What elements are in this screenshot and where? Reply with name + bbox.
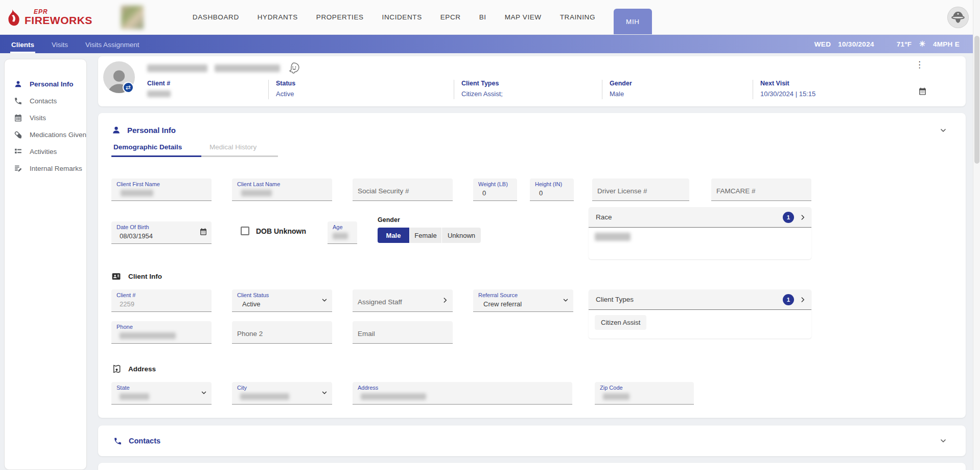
gender-option-female[interactable]: Female: [410, 228, 441, 243]
referral-source-select[interactable]: Referral Source Crew referral: [473, 289, 573, 312]
race-value-redacted: [595, 233, 631, 241]
gender-toggle-group: Gender Male Female Unknown: [378, 216, 481, 243]
address-field[interactable]: Address: [353, 382, 572, 405]
contacts-section-card: Contacts: [98, 426, 966, 456]
height-field[interactable]: Height (IN) 0: [530, 178, 574, 201]
nav-mih-active[interactable]: MIH: [614, 9, 652, 34]
calendar-icon: [14, 114, 22, 122]
zip-code-field[interactable]: Zip Code: [595, 382, 694, 405]
client-number-field[interactable]: Client # 2259: [111, 289, 212, 312]
phone-icon: [113, 437, 122, 445]
social-security-field[interactable]: Social Security #: [353, 178, 453, 201]
race-count-badge: 1: [783, 212, 794, 223]
client-status-chevron-down-icon: [321, 297, 328, 304]
client-last-name-redacted: [215, 64, 280, 72]
gender-value: Male: [610, 90, 748, 98]
dob-unknown-checkbox[interactable]: DOB Unknown: [241, 227, 306, 235]
page-scrollbar[interactable]: [973, 0, 980, 470]
assigned-staff-field[interactable]: Assigned Staff: [353, 289, 453, 312]
checkbox-box[interactable]: [241, 227, 249, 235]
mih-subnav: Clients Visits Visits Assignment WED 10/…: [0, 35, 980, 53]
next-visit-calendar-icon[interactable]: [918, 87, 927, 96]
header-client-number: Client #: [147, 80, 268, 99]
phone-redacted: [120, 332, 176, 339]
status-value: Active: [276, 90, 449, 98]
race-panel-header[interactable]: Race 1: [589, 207, 811, 228]
client-header-card: ⇄ ⋮ Client # Status Active: [98, 56, 966, 106]
client-first-name-redacted: [147, 64, 207, 72]
subnav-visits[interactable]: Visits: [51, 36, 69, 53]
first-name-redacted: [121, 190, 153, 196]
sidebar-item-medications-given[interactable]: Medications Given: [5, 126, 86, 143]
state-redacted: [120, 393, 149, 400]
age-redacted: [333, 233, 348, 239]
note-edit-icon: [14, 164, 22, 173]
tab-demographic-details[interactable]: Demographic Details: [111, 143, 201, 157]
personal-info-card: Personal Info Demographic Details Medica…: [98, 113, 966, 418]
sidebar-item-internal-remarks[interactable]: Internal Remarks: [5, 160, 86, 177]
age-field[interactable]: Age: [328, 221, 357, 244]
phone-icon: [14, 97, 22, 105]
tab-medical-history[interactable]: Medical History: [201, 143, 278, 157]
contact-card-icon: [111, 272, 121, 281]
scrollbar-thumb[interactable]: [974, 36, 979, 164]
nav-epcr[interactable]: EPCR: [440, 13, 461, 21]
address-redacted: [361, 393, 426, 400]
client-number-redacted: [147, 91, 171, 97]
activities-list-icon: [14, 147, 22, 156]
weather-wind: 4MPH E: [933, 40, 960, 48]
client-types-chevron-right-icon: [799, 296, 806, 303]
switch-client-button[interactable]: ⇄: [123, 82, 134, 93]
weather-widget: WED 10/30/2024 71ºF ☀ 4MPH E: [814, 39, 960, 49]
dob-calendar-icon[interactable]: [199, 228, 207, 236]
state-select[interactable]: State: [111, 382, 212, 405]
collapse-personal-info-chevron[interactable]: [939, 126, 947, 135]
client-types-count-badge: 1: [783, 294, 794, 305]
header-next-visit: Next Visit 10/30/2024 | 15:15: [753, 80, 955, 99]
brand-fireworks: FIREWORKS: [25, 15, 92, 26]
zip-redacted: [603, 393, 629, 400]
sidebar-item-activities[interactable]: Activities: [5, 143, 86, 160]
client-types-panel-header[interactable]: Client Types 1: [589, 289, 811, 310]
subnav-clients[interactable]: Clients: [10, 36, 35, 53]
map-pin-icon: [111, 364, 121, 374]
header-gender: Gender Male: [602, 80, 753, 99]
client-types-value: Citizen Assist;: [461, 90, 597, 98]
weight-field[interactable]: Weight (LB) 0: [473, 178, 517, 201]
city-select[interactable]: City: [232, 382, 332, 405]
famcare-field[interactable]: FAMCARE #: [711, 178, 811, 201]
email-field[interactable]: Email: [353, 321, 453, 344]
nav-incidents[interactable]: INCIDENTS: [382, 13, 422, 21]
pills-icon: [14, 130, 22, 139]
nav-training[interactable]: TRAINING: [560, 13, 595, 21]
sidebar-item-visits[interactable]: Visits: [5, 109, 86, 126]
nav-hydrants[interactable]: HYDRANTS: [258, 13, 298, 21]
header-more-menu[interactable]: ⋮: [915, 60, 924, 70]
nav-bi[interactable]: BI: [479, 13, 486, 21]
sidebar-item-personal-info[interactable]: Personal Info: [5, 76, 86, 93]
nav-map-view[interactable]: MAP VIEW: [505, 13, 542, 21]
client-sidebar: Personal Info Contacts Visits Medication…: [0, 53, 92, 470]
waze-navigate-icon[interactable]: [287, 62, 300, 74]
gender-option-unknown[interactable]: Unknown: [442, 228, 481, 243]
city-redacted: [240, 393, 289, 400]
date-of-birth-field[interactable]: Date Of Birth 08/03/1954: [111, 221, 212, 244]
client-last-name-field[interactable]: Client Last Name: [232, 178, 332, 201]
gender-option-male[interactable]: Male: [378, 228, 409, 243]
nav-properties[interactable]: PROPERTIES: [316, 13, 364, 21]
phone2-field[interactable]: Phone 2: [232, 321, 332, 344]
collapse-contacts-chevron[interactable]: [939, 437, 947, 445]
user-profile-button[interactable]: [947, 7, 969, 28]
driver-license-field[interactable]: Driver License #: [592, 178, 689, 201]
phone-field[interactable]: Phone: [111, 321, 212, 344]
nav-dashboard[interactable]: DASHBOARD: [193, 13, 239, 21]
client-status-select[interactable]: Client Status Active: [232, 289, 332, 312]
race-panel: Race 1: [589, 207, 811, 259]
top-header: EPR FIREWORKS DASHBOARD HYDRANTS PROPERT…: [0, 0, 980, 35]
sidebar-item-contacts[interactable]: Contacts: [5, 93, 86, 109]
sun-icon: ☀: [919, 39, 926, 49]
header-client-types: Client Types Citizen Assist;: [454, 80, 602, 99]
subnav-visits-assignment[interactable]: Visits Assignment: [84, 36, 141, 53]
next-section-card-partial: [98, 463, 966, 470]
client-first-name-field[interactable]: Client First Name: [111, 178, 212, 201]
